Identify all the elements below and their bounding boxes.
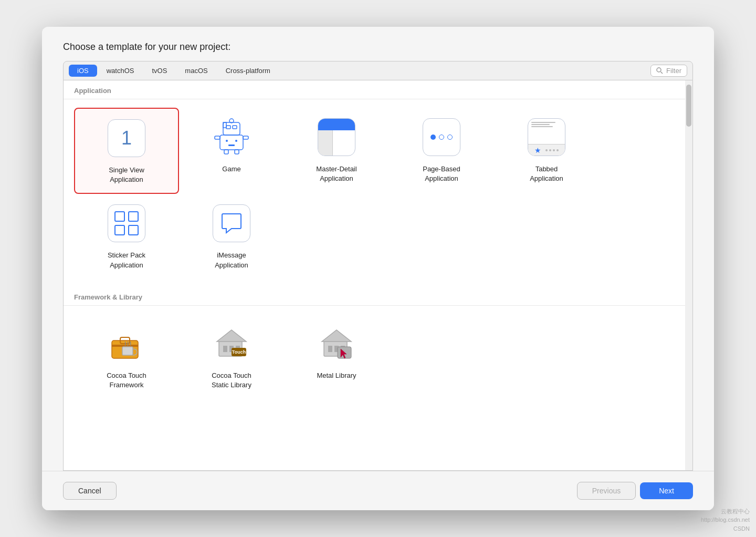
section-application: Application (64, 80, 692, 99)
template-page-based[interactable]: Page-BasedApplication (389, 108, 494, 194)
tab-bar: iOS watchOS tvOS macOS Cross-platform Fi… (63, 61, 693, 80)
cocoa-framework-icon (106, 323, 148, 365)
scrollbar-thumb[interactable] (686, 85, 691, 127)
template-single-view-label: Single ViewApplication (109, 166, 144, 184)
tab-tvos[interactable]: tvOS (143, 65, 175, 77)
master-detail-icon (316, 116, 358, 158)
svg-rect-18 (122, 347, 133, 355)
svg-rect-10 (215, 136, 220, 139)
svg-line-1 (661, 72, 663, 74)
svg-rect-5 (220, 135, 243, 150)
dialog-title: Choose a template for your new project: (63, 42, 230, 52)
template-master-detail-label: Master-DetailApplication (316, 164, 356, 183)
filter-input[interactable]: Filter (650, 65, 687, 77)
svg-rect-3 (226, 126, 230, 129)
template-single-view[interactable]: 1 Single ViewApplication (74, 108, 179, 194)
watermark: 云教程中心 http://blog.csdn.net CSDN (701, 507, 750, 533)
application-grid: 1 Single ViewApplication (64, 99, 692, 287)
template-cocoa-framework-label: Cocoa TouchFramework (107, 371, 146, 390)
filter-placeholder: Filter (666, 67, 681, 75)
svg-rect-14 (228, 144, 235, 146)
template-imessage-label: iMessageApplication (215, 251, 248, 270)
content-area: Application 1 Single ViewApplication (63, 80, 693, 471)
new-project-dialog: Choose a template for your new project: … (42, 27, 714, 510)
svg-rect-4 (233, 126, 237, 129)
tab-ios[interactable]: iOS (69, 65, 97, 77)
tabbed-icon: ★ (526, 116, 568, 158)
template-tabbed[interactable]: ★ TabbedApplication (494, 108, 599, 194)
svg-point-13 (235, 140, 237, 142)
framework-grid: Cocoa TouchFramework (64, 306, 692, 407)
template-sticker-label: Sticker PackApplication (108, 251, 145, 270)
previous-button[interactable]: Previous (577, 482, 636, 500)
svg-point-12 (226, 140, 228, 142)
template-cocoa-static-label: Cocoa TouchStatic Library (212, 371, 251, 390)
dialog-body: iOS watchOS tvOS macOS Cross-platform Fi… (42, 61, 714, 471)
template-metal-label: Metal Library (317, 371, 356, 380)
svg-text:Touch: Touch (232, 349, 246, 355)
template-metal[interactable]: Metal Library (284, 314, 389, 398)
template-page-based-label: Page-BasedApplication (423, 164, 460, 183)
svg-marker-20 (217, 330, 246, 342)
scrollbar-track[interactable] (685, 80, 692, 470)
page-based-icon (421, 116, 463, 158)
cocoa-static-icon: Touch (211, 323, 253, 365)
single-view-icon: 1 (106, 117, 148, 159)
dialog-footer: Cancel Previous Next (42, 471, 714, 510)
template-game[interactable]: Game (179, 108, 284, 194)
metal-icon (316, 323, 358, 365)
svg-rect-9 (235, 150, 239, 154)
sticker-pack-icon (106, 202, 148, 244)
dialog-header: Choose a template for your new project: (42, 27, 714, 61)
cancel-button[interactable]: Cancel (63, 482, 117, 500)
imessage-icon (211, 202, 253, 244)
game-icon (211, 116, 253, 158)
svg-rect-8 (224, 150, 228, 154)
template-cocoa-static[interactable]: Touch Cocoa TouchStatic Library (179, 314, 284, 398)
next-button[interactable]: Next (640, 482, 693, 499)
template-tabbed-label: TabbedApplication (530, 164, 563, 183)
svg-rect-2 (223, 122, 240, 135)
template-sticker-pack[interactable]: Sticker PackApplication (74, 194, 179, 278)
section-framework: Framework & Library (64, 287, 692, 306)
svg-rect-28 (328, 346, 332, 352)
tab-watchos[interactable]: watchOS (98, 65, 143, 77)
tab-macos[interactable]: macOS (176, 65, 216, 77)
svg-rect-21 (223, 346, 227, 352)
template-cocoa-framework[interactable]: Cocoa TouchFramework (74, 314, 179, 398)
svg-point-0 (657, 68, 661, 72)
filter-icon (656, 67, 663, 74)
template-imessage[interactable]: iMessageApplication (179, 194, 284, 278)
template-master-detail[interactable]: Master-DetailApplication (284, 108, 389, 194)
svg-marker-27 (322, 330, 351, 342)
svg-rect-11 (243, 136, 248, 139)
template-game-label: Game (222, 164, 240, 174)
tab-cross-platform[interactable]: Cross-platform (217, 65, 279, 77)
